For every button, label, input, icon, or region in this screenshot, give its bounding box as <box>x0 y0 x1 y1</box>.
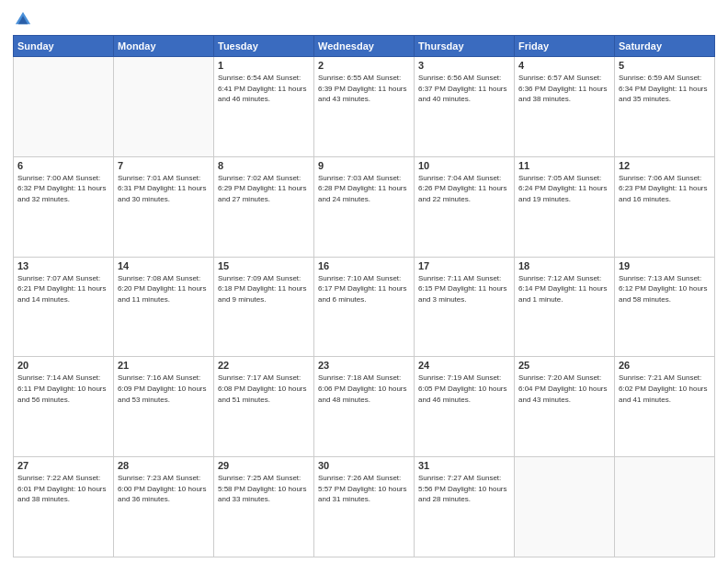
calendar-day-cell: 21Sunrise: 7:16 AM Sunset: 6:09 PM Dayli… <box>114 357 214 457</box>
calendar-day-cell: 22Sunrise: 7:17 AM Sunset: 6:08 PM Dayli… <box>214 357 314 457</box>
calendar-day-cell: 1Sunrise: 6:54 AM Sunset: 6:41 PM Daylig… <box>214 57 314 157</box>
day-detail: Sunrise: 6:55 AM Sunset: 6:39 PM Dayligh… <box>318 73 410 105</box>
day-detail: Sunrise: 7:06 AM Sunset: 6:23 PM Dayligh… <box>619 173 711 205</box>
day-detail: Sunrise: 7:19 AM Sunset: 6:05 PM Dayligh… <box>418 373 510 405</box>
day-detail: Sunrise: 7:18 AM Sunset: 6:06 PM Dayligh… <box>318 373 410 405</box>
day-detail: Sunrise: 6:56 AM Sunset: 6:37 PM Dayligh… <box>418 73 510 105</box>
day-number: 16 <box>318 260 410 271</box>
calendar-day-cell: 6Sunrise: 7:00 AM Sunset: 6:32 PM Daylig… <box>14 156 114 257</box>
day-detail: Sunrise: 7:07 AM Sunset: 6:21 PM Dayligh… <box>17 273 109 305</box>
day-detail: Sunrise: 6:54 AM Sunset: 6:41 PM Dayligh… <box>218 73 310 105</box>
calendar-day-cell: 7Sunrise: 7:01 AM Sunset: 6:31 PM Daylig… <box>114 156 214 257</box>
day-number: 28 <box>118 460 210 471</box>
day-detail: Sunrise: 6:59 AM Sunset: 6:34 PM Dayligh… <box>619 73 711 105</box>
day-number: 30 <box>318 460 410 471</box>
calendar-day-cell: 9Sunrise: 7:03 AM Sunset: 6:28 PM Daylig… <box>314 156 415 257</box>
day-number: 14 <box>118 260 210 271</box>
calendar-table: SundayMondayTuesdayWednesdayThursdayFrid… <box>13 35 715 557</box>
day-detail: Sunrise: 7:17 AM Sunset: 6:08 PM Dayligh… <box>218 373 310 405</box>
weekday-header: Wednesday <box>314 36 415 57</box>
day-number: 20 <box>17 360 109 371</box>
day-detail: Sunrise: 7:04 AM Sunset: 6:26 PM Dayligh… <box>418 173 510 205</box>
logo <box>13 9 35 29</box>
day-number: 26 <box>619 360 711 371</box>
calendar-day-cell: 11Sunrise: 7:05 AM Sunset: 6:24 PM Dayli… <box>515 156 615 257</box>
day-number: 5 <box>619 60 711 71</box>
weekday-header: Thursday <box>415 36 515 57</box>
calendar-header: SundayMondayTuesdayWednesdayThursdayFrid… <box>14 36 715 57</box>
calendar-week-row: 27Sunrise: 7:22 AM Sunset: 6:01 PM Dayli… <box>14 457 715 557</box>
day-number: 19 <box>619 260 711 271</box>
calendar-day-cell: 2Sunrise: 6:55 AM Sunset: 6:39 PM Daylig… <box>314 57 415 157</box>
day-detail: Sunrise: 7:22 AM Sunset: 6:01 PM Dayligh… <box>17 473 109 505</box>
calendar-day-cell: 17Sunrise: 7:11 AM Sunset: 6:15 PM Dayli… <box>415 257 515 357</box>
logo-icon <box>13 9 33 29</box>
calendar-week-row: 20Sunrise: 7:14 AM Sunset: 6:11 PM Dayli… <box>14 357 715 457</box>
day-number: 7 <box>118 160 210 171</box>
calendar-day-cell: 16Sunrise: 7:10 AM Sunset: 6:17 PM Dayli… <box>314 257 415 357</box>
day-detail: Sunrise: 7:00 AM Sunset: 6:32 PM Dayligh… <box>17 173 109 205</box>
calendar-day-cell: 19Sunrise: 7:13 AM Sunset: 6:12 PM Dayli… <box>615 257 715 357</box>
day-detail: Sunrise: 7:25 AM Sunset: 5:58 PM Dayligh… <box>218 473 310 505</box>
day-detail: Sunrise: 7:08 AM Sunset: 6:20 PM Dayligh… <box>118 273 210 305</box>
day-detail: Sunrise: 7:05 AM Sunset: 6:24 PM Dayligh… <box>518 173 610 205</box>
calendar-day-cell: 24Sunrise: 7:19 AM Sunset: 6:05 PM Dayli… <box>415 357 515 457</box>
day-number: 2 <box>318 60 410 71</box>
day-number: 12 <box>619 160 711 171</box>
calendar-day-cell: 4Sunrise: 6:57 AM Sunset: 6:36 PM Daylig… <box>515 57 615 157</box>
calendar-day-cell: 5Sunrise: 6:59 AM Sunset: 6:34 PM Daylig… <box>615 57 715 157</box>
calendar-day-cell: 10Sunrise: 7:04 AM Sunset: 6:26 PM Dayli… <box>415 156 515 257</box>
day-detail: Sunrise: 7:13 AM Sunset: 6:12 PM Dayligh… <box>619 273 711 305</box>
day-number: 25 <box>518 360 610 371</box>
day-number: 8 <box>218 160 310 171</box>
day-number: 24 <box>418 360 510 371</box>
day-number: 22 <box>218 360 310 371</box>
calendar-day-cell <box>515 457 615 557</box>
day-number: 4 <box>518 60 610 71</box>
day-detail: Sunrise: 7:27 AM Sunset: 5:56 PM Dayligh… <box>418 473 510 505</box>
calendar-day-cell <box>615 457 715 557</box>
calendar-day-cell: 12Sunrise: 7:06 AM Sunset: 6:23 PM Dayli… <box>615 156 715 257</box>
day-detail: Sunrise: 6:57 AM Sunset: 6:36 PM Dayligh… <box>518 73 610 105</box>
calendar-day-cell: 31Sunrise: 7:27 AM Sunset: 5:56 PM Dayli… <box>415 457 515 557</box>
calendar-week-row: 13Sunrise: 7:07 AM Sunset: 6:21 PM Dayli… <box>14 257 715 357</box>
day-number: 17 <box>418 260 510 271</box>
calendar-day-cell: 28Sunrise: 7:23 AM Sunset: 6:00 PM Dayli… <box>114 457 214 557</box>
day-detail: Sunrise: 7:12 AM Sunset: 6:14 PM Dayligh… <box>518 273 610 305</box>
day-detail: Sunrise: 7:03 AM Sunset: 6:28 PM Dayligh… <box>318 173 410 205</box>
calendar-day-cell: 3Sunrise: 6:56 AM Sunset: 6:37 PM Daylig… <box>415 57 515 157</box>
calendar-day-cell: 29Sunrise: 7:25 AM Sunset: 5:58 PM Dayli… <box>214 457 314 557</box>
day-detail: Sunrise: 7:11 AM Sunset: 6:15 PM Dayligh… <box>418 273 510 305</box>
calendar-day-cell <box>114 57 214 157</box>
day-detail: Sunrise: 7:14 AM Sunset: 6:11 PM Dayligh… <box>17 373 109 405</box>
day-number: 29 <box>218 460 310 471</box>
day-number: 6 <box>17 160 109 171</box>
day-number: 3 <box>418 60 510 71</box>
day-detail: Sunrise: 7:16 AM Sunset: 6:09 PM Dayligh… <box>118 373 210 405</box>
calendar-day-cell: 18Sunrise: 7:12 AM Sunset: 6:14 PM Dayli… <box>515 257 615 357</box>
day-number: 1 <box>218 60 310 71</box>
calendar-week-row: 6Sunrise: 7:00 AM Sunset: 6:32 PM Daylig… <box>14 156 715 257</box>
weekday-header: Saturday <box>615 36 715 57</box>
calendar-week-row: 1Sunrise: 6:54 AM Sunset: 6:41 PM Daylig… <box>14 57 715 157</box>
calendar-day-cell: 8Sunrise: 7:02 AM Sunset: 6:29 PM Daylig… <box>214 156 314 257</box>
weekday-header: Tuesday <box>214 36 314 57</box>
calendar-day-cell: 15Sunrise: 7:09 AM Sunset: 6:18 PM Dayli… <box>214 257 314 357</box>
calendar-day-cell <box>14 57 114 157</box>
day-detail: Sunrise: 7:02 AM Sunset: 6:29 PM Dayligh… <box>218 173 310 205</box>
weekday-row: SundayMondayTuesdayWednesdayThursdayFrid… <box>14 36 715 57</box>
calendar-day-cell: 14Sunrise: 7:08 AM Sunset: 6:20 PM Dayli… <box>114 257 214 357</box>
day-number: 31 <box>418 460 510 471</box>
day-number: 18 <box>518 260 610 271</box>
page: SundayMondayTuesdayWednesdayThursdayFrid… <box>0 0 728 563</box>
day-number: 21 <box>118 360 210 371</box>
weekday-header: Sunday <box>14 36 114 57</box>
day-detail: Sunrise: 7:26 AM Sunset: 5:57 PM Dayligh… <box>318 473 410 505</box>
day-detail: Sunrise: 7:01 AM Sunset: 6:31 PM Dayligh… <box>118 173 210 205</box>
calendar-day-cell: 25Sunrise: 7:20 AM Sunset: 6:04 PM Dayli… <box>515 357 615 457</box>
calendar-day-cell: 23Sunrise: 7:18 AM Sunset: 6:06 PM Dayli… <box>314 357 415 457</box>
day-number: 27 <box>17 460 109 471</box>
day-detail: Sunrise: 7:21 AM Sunset: 6:02 PM Dayligh… <box>619 373 711 405</box>
day-number: 9 <box>318 160 410 171</box>
calendar-day-cell: 27Sunrise: 7:22 AM Sunset: 6:01 PM Dayli… <box>14 457 114 557</box>
